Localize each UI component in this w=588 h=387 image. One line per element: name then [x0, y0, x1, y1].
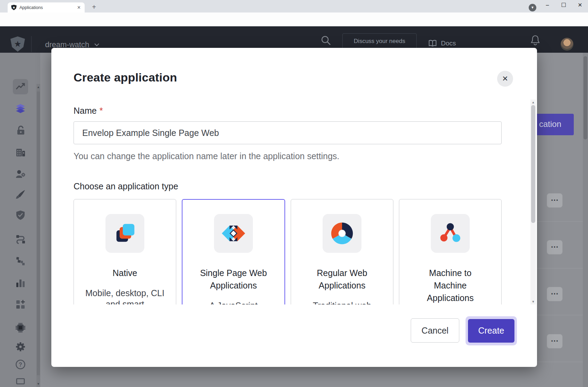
sidebar-item-activity[interactable] [15, 81, 26, 92]
svg-text:?: ? [19, 362, 22, 368]
card-machine-to-machine[interactable]: Machine to Machine Applications [399, 199, 502, 304]
sidebar-item-applications[interactable] [15, 103, 26, 114]
sidebar-item-help[interactable]: ? [15, 359, 26, 370]
tab-close-icon[interactable]: ✕ [76, 5, 82, 10]
card-description: Mobile, desktop, CLI and smart [85, 287, 165, 304]
name-help-text: You can change the application name late… [74, 151, 502, 161]
chrome-update-icon[interactable]: ▼ [529, 4, 536, 11]
sidebar-scrollbar[interactable]: ▲ ▼ [36, 84, 40, 387]
chevron-down-icon [94, 43, 100, 46]
user-avatar[interactable] [561, 38, 573, 51]
cancel-button[interactable]: Cancel [411, 318, 459, 343]
auth0-logo-icon[interactable]: ★ [10, 36, 25, 52]
window-minimize-button[interactable]: ─ [539, 0, 555, 11]
card-description: Traditional web [302, 300, 382, 304]
sidebar-item-auth-pipeline[interactable] [15, 256, 26, 266]
sidebar-item-branding[interactable] [15, 189, 26, 200]
new-tab-button[interactable]: + [90, 3, 99, 12]
application-name-input[interactable] [74, 121, 502, 144]
regular-web-icon [323, 214, 361, 253]
row-menu-button[interactable]: ⋯ [547, 287, 563, 301]
row-menu-button[interactable]: ⋯ [547, 240, 563, 255]
sidebar-item-actions[interactable] [15, 234, 26, 244]
modal-title: Create application [74, 71, 177, 84]
sidebar-item-organizations[interactable] [15, 147, 26, 157]
modal-body: Name* You can change the application nam… [51, 100, 537, 304]
row-menu-button[interactable]: ⋯ [547, 193, 563, 208]
window-close-button[interactable]: ✕ [572, 0, 588, 11]
auth0-favicon-icon: ★ [11, 5, 17, 10]
m2m-icon [431, 214, 470, 253]
modal-close-button[interactable]: ✕ [497, 71, 513, 87]
modal-scrollbar[interactable]: ▲ ▼ [530, 100, 536, 304]
window-titlebar: ★ Applications ✕ + ▼ ─ ☐ ✕ [0, 0, 588, 12]
sidebar-item-settings[interactable] [15, 342, 26, 352]
search-icon[interactable] [321, 35, 332, 46]
row-menu-button[interactable]: ⋯ [547, 334, 563, 349]
create-button-focus-ring: Create [466, 316, 517, 345]
card-single-page-web[interactable]: Single Page Web Applications A JavaScrip… [182, 199, 285, 304]
sidebar-item-authentication[interactable] [15, 125, 26, 136]
header-divider [31, 36, 32, 52]
sidebar-item-get-started[interactable] [15, 377, 26, 387]
application-type-cards: Native Mobile, desktop, CLI and smart [74, 199, 502, 304]
tab-title: Applications [19, 5, 76, 10]
card-title: Native [83, 267, 168, 279]
sidebar-item-user-management[interactable] [15, 169, 26, 179]
card-regular-web[interactable]: Regular Web Applications Traditional web [291, 199, 393, 304]
browser-tab[interactable]: ★ Applications ✕ [8, 2, 85, 12]
notifications-bell-icon[interactable] [530, 35, 540, 46]
card-title: Regular Web Applications [300, 267, 385, 292]
name-label: Name* [74, 106, 502, 116]
window-maximize-button[interactable]: ☐ [556, 0, 572, 11]
page-scrollbar[interactable] [583, 53, 588, 387]
application-type-heading: Choose an application type [74, 181, 502, 191]
discuss-your-needs-button[interactable]: Discuss your needs [342, 33, 417, 49]
browser-toolbar: ← → ⟳ manage.auth0.com/dashboard/eu/drea… [0, 12, 588, 26]
card-title: Single Page Web Applications [191, 267, 276, 292]
sidebar-item-monitoring[interactable] [15, 278, 26, 288]
docs-link[interactable]: Docs [428, 40, 456, 47]
spa-icon [214, 214, 253, 253]
sidebar-item-extensions[interactable] [15, 322, 26, 333]
book-icon [428, 40, 437, 47]
card-native[interactable]: Native Mobile, desktop, CLI and smart [74, 199, 176, 304]
native-icon [105, 214, 144, 253]
sidebar-nav: ? ▲ ▼ [0, 53, 40, 387]
sidebar-item-security[interactable] [15, 210, 26, 220]
sidebar-item-marketplace[interactable] [15, 299, 26, 310]
create-application-modal: Create application ✕ Name* You can chang… [51, 48, 537, 367]
create-button[interactable]: Create [468, 319, 514, 343]
card-description: A JavaScript [194, 300, 273, 304]
card-title: Machine to Machine Applications [419, 267, 482, 304]
required-asterisk: * [100, 106, 103, 115]
